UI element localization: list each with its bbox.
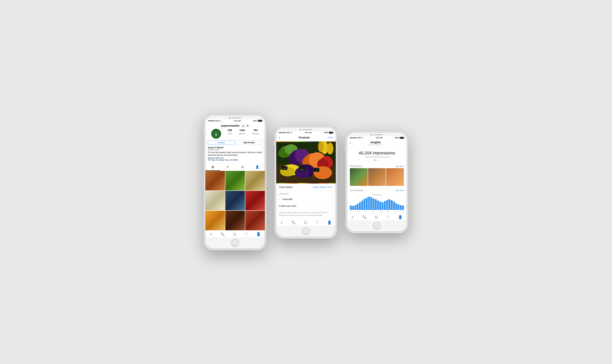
signal-dot <box>352 137 353 138</box>
nav-home[interactable]: ⌂ <box>210 232 212 236</box>
grid-photo-3[interactable] <box>245 171 265 190</box>
phone-bottom-3 <box>347 220 407 232</box>
signal-dot <box>212 120 213 121</box>
battery-fill-1 <box>258 120 262 121</box>
gear-icon[interactable]: ⚙ <box>247 124 249 127</box>
wifi-icon-2: ▲ <box>291 132 293 133</box>
check-icon: ✓ <box>279 198 281 201</box>
carrier-2: AT&T <box>286 132 290 133</box>
nav-home-2[interactable]: ⌂ <box>281 220 283 224</box>
photo-grid <box>205 171 265 230</box>
profile-bio: Jasper's Market Grocery Store The very b… <box>208 146 262 162</box>
top-post-2[interactable] <box>368 168 386 186</box>
tab-list[interactable]: ≡ <box>220 164 235 171</box>
signal-1 <box>208 120 214 121</box>
chart-bar <box>364 199 365 210</box>
contact-button[interactable]: Contact <box>208 140 234 145</box>
nav-search[interactable]: 🔍 <box>220 232 225 236</box>
carousel-dots <box>350 160 404 161</box>
select-button-text[interactable]: Select Button Text › <box>313 186 333 189</box>
avatar: g <box>211 129 221 139</box>
chart-bar <box>361 201 363 210</box>
signal-dot <box>351 137 352 138</box>
tab-grid[interactable]: ⊞ <box>205 164 220 171</box>
signal-dot <box>282 132 283 133</box>
nav-camera[interactable]: ◻ <box>233 232 236 236</box>
nav-home-3[interactable]: ⌂ <box>352 215 353 219</box>
signal-2 <box>279 132 285 133</box>
chart-day-label: Wednesdays <box>350 194 404 196</box>
insights-title: Insights <box>369 141 382 144</box>
grid-photo-8[interactable] <box>225 211 245 230</box>
insights-back-button[interactable]: ‹ <box>350 141 351 145</box>
top-post-1[interactable] <box>350 168 368 186</box>
battery-icon-2 <box>329 132 333 134</box>
svg-point-4 <box>327 143 334 155</box>
chart-label-3p: 3p <box>388 211 390 212</box>
home-button-2[interactable] <box>302 227 310 235</box>
see-more-posts[interactable]: See More <box>396 165 404 168</box>
followers-count: 134k <box>239 129 246 132</box>
signal-dot <box>208 120 209 121</box>
profile-buttons: Contact Edit Profile <box>208 140 262 145</box>
nav-camera-2[interactable]: ◻ <box>304 220 307 224</box>
home-button-1[interactable] <box>231 239 239 247</box>
promote-image: Prix Artichaux <box>276 141 336 183</box>
signal-dot <box>280 132 281 133</box>
followers-label: followers <box>239 133 246 135</box>
battery-icon-1 <box>258 120 262 122</box>
edit-profile-button[interactable]: Edit Profile <box>236 140 262 145</box>
followers-stat[interactable]: 134k followers <box>239 129 246 135</box>
top-post-3[interactable] <box>386 168 404 186</box>
nav-profile-2[interactable]: 👤 <box>327 220 331 224</box>
see-more-followers[interactable]: See More <box>396 189 404 192</box>
grid-photo-4[interactable] <box>205 191 225 210</box>
nav-camera-3[interactable]: ◻ <box>375 215 378 219</box>
nav-search-3[interactable]: 🔍 <box>362 215 366 219</box>
nav-profile[interactable]: 👤 <box>256 232 260 236</box>
grid-photo-9[interactable] <box>245 211 265 230</box>
phone-bottom-1 <box>205 237 265 248</box>
action-button-row[interactable]: Action Button Select Button Text › <box>276 183 336 191</box>
battery-pct-2: 100% <box>324 132 328 133</box>
profile-tabs: ⊞ ≡ ◎ 👤 <box>205 163 265 171</box>
nav-profile-3[interactable]: 👤 <box>398 215 402 219</box>
profile-header: jaspersmarket 📊 ⚙ g 839 posts 1 <box>205 122 265 163</box>
grid-photo-6[interactable] <box>245 191 265 210</box>
signal-3 <box>350 137 356 138</box>
speaker-1 <box>232 117 241 118</box>
next-button[interactable]: Next <box>328 136 333 139</box>
status-bar-2: AT&T ▲ 9:41 AM 100% <box>276 131 336 134</box>
grid-photo-5[interactable] <box>225 191 245 210</box>
bottom-nav-2: ⌂ 🔍 ◻ ♡ 👤 <box>276 219 336 226</box>
chart-bar <box>350 206 352 210</box>
create-own-option[interactable]: Create your own... › <box>276 203 336 209</box>
tab-location[interactable]: ◎ <box>235 164 250 171</box>
following-stat[interactable]: 551 following <box>252 129 259 135</box>
status-right-2: 100% <box>324 132 333 134</box>
signal-dot <box>279 132 280 133</box>
home-button-3[interactable] <box>373 222 381 230</box>
signal-dot <box>284 132 285 133</box>
following-count: 551 <box>252 129 259 132</box>
grid-photo-1[interactable] <box>205 171 225 190</box>
automatic-option[interactable]: ✓ Automatic <box>276 196 336 203</box>
bio-website[interactable]: jaspersmarket.com <box>208 157 262 159</box>
bio-text: The very best quality locally sourced pr… <box>208 151 262 156</box>
bar-chart-icon[interactable]: 📊 <box>241 124 245 127</box>
chart-label-6p: 6p <box>395 211 397 212</box>
chart-bar <box>393 202 395 210</box>
grid-photo-2[interactable] <box>225 171 245 190</box>
nav-heart-3[interactable]: ♡ <box>387 215 390 219</box>
nav-heart-2[interactable]: ♡ <box>316 220 319 224</box>
chevron-create-icon: › <box>332 205 333 207</box>
top-posts-header: TOP POSTS See More <box>347 164 407 168</box>
nav-heart[interactable]: ♡ <box>245 232 248 236</box>
nav-search-2[interactable]: 🔍 <box>291 220 296 224</box>
tab-tagged[interactable]: 👤 <box>250 164 265 171</box>
back-button[interactable]: ‹ <box>279 136 280 140</box>
grid-photo-7[interactable] <box>205 211 225 230</box>
front-camera-2 <box>300 129 301 130</box>
chart-label-12p: 12p <box>379 211 382 212</box>
signal-dot <box>213 120 214 121</box>
